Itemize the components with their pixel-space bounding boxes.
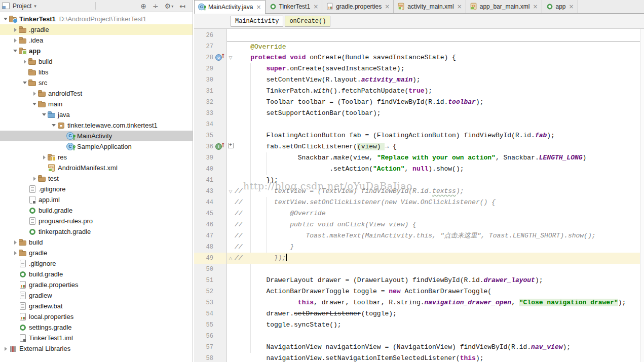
close-tab-icon[interactable]: × xyxy=(256,4,261,11)
line-number[interactable]: 55 xyxy=(194,319,215,331)
expand-arrow-icon[interactable] xyxy=(31,175,38,182)
tree-item-build-gradle[interactable]: build.gradle xyxy=(0,269,193,279)
overrides-method-icon[interactable] xyxy=(215,52,226,63)
tree-item-res[interactable]: res xyxy=(0,152,193,163)
line-number[interactable]: 34 xyxy=(194,119,215,130)
expand-arrow-icon[interactable] xyxy=(12,26,19,33)
line-number[interactable]: 26 xyxy=(194,30,215,41)
settings-gear-icon[interactable]: ⚙▾ xyxy=(165,2,174,10)
tree-item-androidmanifest-xml[interactable]: AndroidManifest.xml xyxy=(0,163,193,173)
line-number[interactable]: 29 xyxy=(194,63,215,74)
hide-panel-icon[interactable]: ↤ xyxy=(179,2,185,10)
fold-open-icon[interactable]: ▽ xyxy=(229,189,233,194)
collapse-arrow-icon[interactable] xyxy=(31,100,38,108)
expand-arrow-icon[interactable] xyxy=(2,345,9,352)
code-line-content[interactable]: drawer.setDrawerListener(toggle); xyxy=(235,308,640,319)
expand-arrow-icon[interactable] xyxy=(31,90,38,97)
line-number[interactable]: 47 xyxy=(194,230,215,242)
tree-item-tinkerpatch-gradle[interactable]: tinkerpatch.gradle xyxy=(0,226,193,237)
line-number[interactable]: 27 xyxy=(194,41,215,52)
line-number[interactable]: 45 xyxy=(194,208,215,219)
code-line-content[interactable]: fab.setOnClickListener((view) → { xyxy=(235,141,640,152)
line-number[interactable]: 48 xyxy=(194,242,215,253)
line-number[interactable]: 33 xyxy=(194,108,215,119)
line-number[interactable]: 31 xyxy=(194,86,215,97)
tree-item-java[interactable]: java xyxy=(0,109,193,120)
tree-item-tinker-telewave-com-tinkertest1[interactable]: tinker.telewave.com.tinkertest1 xyxy=(0,120,193,131)
tree-item-androidtest[interactable]: androidTest xyxy=(0,88,193,99)
fold-close-icon[interactable]: △ xyxy=(229,256,233,261)
expand-arrow-icon[interactable] xyxy=(41,153,48,161)
line-number[interactable]: 28 xyxy=(194,52,215,63)
close-tab-icon[interactable]: × xyxy=(457,3,462,10)
code-line-content[interactable]: Snackbar.make(view, "Replace with your o… xyxy=(235,152,640,164)
line-number[interactable]: 58 xyxy=(194,353,215,362)
code-line-content[interactable]: // }); xyxy=(235,253,640,264)
code-line-content[interactable] xyxy=(235,331,640,342)
collapse-arrow-icon[interactable] xyxy=(41,111,48,118)
code-editor[interactable]: http://blog.csdn.net/oYuDaBaJiao 2627 @O… xyxy=(194,29,640,362)
implements-method-icon[interactable] xyxy=(215,141,226,152)
collapse-arrow-icon[interactable] xyxy=(21,79,28,87)
locate-icon[interactable]: ⊕ xyxy=(140,2,146,10)
tab-tinkertest1[interactable]: TinkerTest1× xyxy=(266,0,323,13)
tab-mainactivity-java[interactable]: MainActivity.java× xyxy=(194,0,266,14)
chevron-down-icon[interactable]: ▾ xyxy=(34,4,36,9)
tree-item-gitignore[interactable]: .gitignore xyxy=(0,258,193,269)
line-number[interactable]: 51 xyxy=(194,275,215,286)
tree-item-settings-gradle[interactable]: settings.gradle xyxy=(0,322,193,333)
line-number[interactable]: 35 xyxy=(194,130,215,141)
code-line-content[interactable] xyxy=(235,30,640,41)
line-number[interactable]: 46 xyxy=(194,219,215,230)
tree-item-sampleapplication[interactable]: SampleApplication xyxy=(0,141,193,152)
tree-item-build[interactable]: build xyxy=(0,56,193,67)
tab-activity-main-xml[interactable]: activity_main.xml× xyxy=(394,0,466,13)
code-line-content[interactable]: DrawerLayout drawer = (DrawerLayout) fin… xyxy=(235,275,640,286)
line-number[interactable]: 32 xyxy=(194,97,215,108)
tree-item-main[interactable]: main xyxy=(0,99,193,109)
collapse-arrow-icon[interactable] xyxy=(50,122,57,129)
code-line-content[interactable]: ActionBarDrawerToggle toggle = new Actio… xyxy=(235,286,640,297)
tree-item-proguard-rules-pro[interactable]: proguard-rules.pro xyxy=(0,216,193,226)
tab-app[interactable]: app× xyxy=(542,0,578,13)
line-number[interactable]: 41 xyxy=(194,175,215,186)
code-line-content[interactable]: // Toast.makeText(MainActivity.this, "点击… xyxy=(235,230,640,242)
code-line-content[interactable]: super.onCreate(savedInstanceState); xyxy=(235,63,640,74)
tool-window-icon[interactable] xyxy=(2,3,10,9)
code-line-content[interactable]: }); xyxy=(235,175,640,186)
code-line-content[interactable]: @Override xyxy=(235,41,640,52)
tree-item-libs[interactable]: libs xyxy=(0,67,193,77)
tree-item-mainactivity[interactable]: MainActivity xyxy=(0,131,193,141)
breadcrumb-oncreate[interactable]: onCreate() xyxy=(285,16,330,27)
code-line-content[interactable]: protected void onCreate(Bundle savedInst… xyxy=(235,52,640,63)
line-number[interactable]: 30 xyxy=(194,74,215,86)
code-line-content[interactable]: FloatingActionButton fab = (FloatingActi… xyxy=(235,130,640,141)
tree-item-gitignore[interactable]: .gitignore xyxy=(0,184,193,194)
editor-scrollbar[interactable] xyxy=(640,29,644,362)
tree-item-test[interactable]: test xyxy=(0,173,193,184)
code-line-content[interactable]: // } xyxy=(235,242,640,253)
expand-arrow-icon[interactable] xyxy=(12,249,19,257)
tree-item-gradlew[interactable]: gradlew xyxy=(0,290,193,301)
code-line-content[interactable]: setContentView(R.layout.activity_main); xyxy=(235,74,640,86)
tree-item-app[interactable]: app xyxy=(0,46,193,56)
expand-arrow-icon[interactable] xyxy=(12,36,19,44)
line-number[interactable]: 53 xyxy=(194,297,215,308)
line-number[interactable]: 36 xyxy=(194,141,215,152)
code-line-content[interactable]: this, drawer, toolbar, R.string.navigati… xyxy=(235,297,640,308)
collapse-all-icon[interactable]: ÷ xyxy=(153,2,159,10)
project-view-selector[interactable]: Project xyxy=(13,3,31,10)
tree-item-external-libraries[interactable]: External Libraries xyxy=(0,343,193,354)
line-number[interactable]: 49 xyxy=(194,253,215,264)
code-line-content[interactable] xyxy=(235,264,640,275)
line-number[interactable]: 39 xyxy=(194,152,215,164)
tree-item-gradle-properties[interactable]: gradle.properties xyxy=(0,279,193,290)
fold-expand-icon[interactable]: + xyxy=(228,143,234,148)
tree-item-app-iml[interactable]: app.iml xyxy=(0,194,193,205)
tree-item-tinkertest1-iml[interactable]: TinkerTest1.iml xyxy=(0,333,193,343)
code-line-content[interactable] xyxy=(235,119,640,130)
code-line-content[interactable]: setSupportActionBar(toolbar); xyxy=(235,108,640,119)
tree-item-build-gradle[interactable]: build.gradle xyxy=(0,205,193,216)
line-number[interactable]: 43 xyxy=(194,186,215,197)
collapse-arrow-icon[interactable] xyxy=(2,15,9,23)
